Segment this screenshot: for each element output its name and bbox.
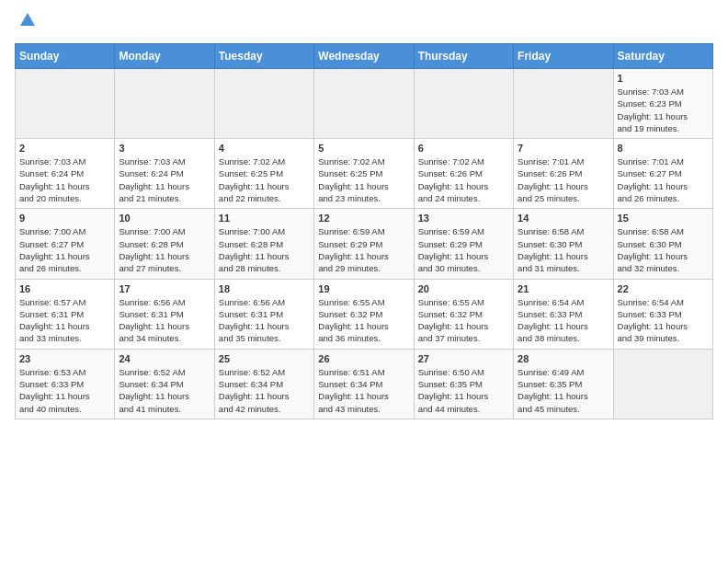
calendar-cell: 21Sunrise: 6:54 AM Sunset: 6:33 PM Dayli… xyxy=(514,279,613,349)
day-info: Sunrise: 6:52 AM Sunset: 6:34 PM Dayligh… xyxy=(119,366,210,415)
logo-icon xyxy=(17,9,39,31)
day-number: 7 xyxy=(518,143,609,154)
day-number: 15 xyxy=(618,213,709,224)
calendar-cell: 11Sunrise: 7:00 AM Sunset: 6:28 PM Dayli… xyxy=(214,209,313,279)
day-info: Sunrise: 6:51 AM Sunset: 6:34 PM Dayligh… xyxy=(318,366,409,415)
calendar-cell: 22Sunrise: 6:54 AM Sunset: 6:33 PM Dayli… xyxy=(613,279,712,349)
day-number: 22 xyxy=(618,283,709,294)
day-info: Sunrise: 6:50 AM Sunset: 6:35 PM Dayligh… xyxy=(418,366,509,415)
day-info: Sunrise: 7:00 AM Sunset: 6:27 PM Dayligh… xyxy=(19,225,110,274)
calendar-cell: 18Sunrise: 6:56 AM Sunset: 6:31 PM Dayli… xyxy=(214,279,313,349)
calendar-cell xyxy=(314,69,414,139)
day-number: 18 xyxy=(219,283,310,294)
day-info: Sunrise: 6:56 AM Sunset: 6:31 PM Dayligh… xyxy=(119,296,210,345)
day-info: Sunrise: 6:58 AM Sunset: 6:30 PM Dayligh… xyxy=(518,225,609,274)
day-info: Sunrise: 7:02 AM Sunset: 6:26 PM Dayligh… xyxy=(418,155,509,204)
page-header xyxy=(15,15,713,34)
calendar-cell: 17Sunrise: 6:56 AM Sunset: 6:31 PM Dayli… xyxy=(115,279,214,349)
day-info: Sunrise: 6:54 AM Sunset: 6:33 PM Dayligh… xyxy=(618,296,709,345)
day-number: 21 xyxy=(518,283,609,294)
day-number: 26 xyxy=(318,353,409,364)
week-row-2: 2Sunrise: 7:03 AM Sunset: 6:24 PM Daylig… xyxy=(16,139,713,209)
calendar-cell: 26Sunrise: 6:51 AM Sunset: 6:34 PM Dayli… xyxy=(314,349,414,419)
day-info: Sunrise: 7:00 AM Sunset: 6:28 PM Dayligh… xyxy=(119,225,210,274)
calendar-cell xyxy=(115,69,214,139)
day-info: Sunrise: 7:02 AM Sunset: 6:25 PM Dayligh… xyxy=(219,155,310,204)
day-info: Sunrise: 7:01 AM Sunset: 6:27 PM Dayligh… xyxy=(618,155,709,204)
week-row-4: 16Sunrise: 6:57 AM Sunset: 6:31 PM Dayli… xyxy=(16,279,713,349)
calendar-cell xyxy=(16,69,115,139)
day-number: 11 xyxy=(219,213,310,224)
calendar-cell: 23Sunrise: 6:53 AM Sunset: 6:33 PM Dayli… xyxy=(16,349,115,419)
weekday-thursday: Thursday xyxy=(414,44,513,69)
calendar-cell xyxy=(214,69,313,139)
calendar-cell xyxy=(613,349,712,419)
calendar-cell: 28Sunrise: 6:49 AM Sunset: 6:35 PM Dayli… xyxy=(514,349,613,419)
day-number: 3 xyxy=(119,143,210,154)
day-number: 16 xyxy=(19,283,110,294)
day-number: 24 xyxy=(119,353,210,364)
logo xyxy=(15,15,39,34)
day-info: Sunrise: 7:02 AM Sunset: 6:25 PM Dayligh… xyxy=(318,155,409,204)
weekday-tuesday: Tuesday xyxy=(214,44,313,69)
day-number: 19 xyxy=(318,283,409,294)
day-info: Sunrise: 6:55 AM Sunset: 6:32 PM Dayligh… xyxy=(318,296,409,345)
day-number: 27 xyxy=(418,353,509,364)
day-info: Sunrise: 6:55 AM Sunset: 6:32 PM Dayligh… xyxy=(418,296,509,345)
day-info: Sunrise: 6:56 AM Sunset: 6:31 PM Dayligh… xyxy=(219,296,310,345)
day-number: 25 xyxy=(219,353,310,364)
calendar-cell xyxy=(414,69,513,139)
day-number: 2 xyxy=(19,143,110,154)
calendar-cell: 24Sunrise: 6:52 AM Sunset: 6:34 PM Dayli… xyxy=(115,349,214,419)
calendar-cell: 27Sunrise: 6:50 AM Sunset: 6:35 PM Dayli… xyxy=(414,349,513,419)
day-number: 14 xyxy=(518,213,609,224)
calendar-cell: 12Sunrise: 6:59 AM Sunset: 6:29 PM Dayli… xyxy=(314,209,414,279)
calendar-cell: 2Sunrise: 7:03 AM Sunset: 6:24 PM Daylig… xyxy=(16,139,115,209)
weekday-sunday: Sunday xyxy=(16,44,115,69)
day-number: 20 xyxy=(418,283,509,294)
weekday-saturday: Saturday xyxy=(613,44,712,69)
day-info: Sunrise: 6:59 AM Sunset: 6:29 PM Dayligh… xyxy=(418,225,509,274)
calendar-table: SundayMondayTuesdayWednesdayThursdayFrid… xyxy=(15,43,713,419)
calendar-cell: 10Sunrise: 7:00 AM Sunset: 6:28 PM Dayli… xyxy=(115,209,214,279)
day-info: Sunrise: 6:54 AM Sunset: 6:33 PM Dayligh… xyxy=(518,296,609,345)
day-number: 13 xyxy=(418,213,509,224)
calendar-cell: 13Sunrise: 6:59 AM Sunset: 6:29 PM Dayli… xyxy=(414,209,513,279)
week-row-3: 9Sunrise: 7:00 AM Sunset: 6:27 PM Daylig… xyxy=(16,209,713,279)
day-info: Sunrise: 7:03 AM Sunset: 6:24 PM Dayligh… xyxy=(19,155,110,204)
calendar-cell: 5Sunrise: 7:02 AM Sunset: 6:25 PM Daylig… xyxy=(314,139,414,209)
day-info: Sunrise: 6:57 AM Sunset: 6:31 PM Dayligh… xyxy=(19,296,110,345)
svg-marker-0 xyxy=(20,13,35,26)
day-number: 28 xyxy=(518,353,609,364)
calendar-cell: 8Sunrise: 7:01 AM Sunset: 6:27 PM Daylig… xyxy=(613,139,712,209)
day-number: 4 xyxy=(219,143,310,154)
calendar-cell: 6Sunrise: 7:02 AM Sunset: 6:26 PM Daylig… xyxy=(414,139,513,209)
day-info: Sunrise: 6:59 AM Sunset: 6:29 PM Dayligh… xyxy=(318,225,409,274)
day-number: 12 xyxy=(318,213,409,224)
calendar-cell: 3Sunrise: 7:03 AM Sunset: 6:24 PM Daylig… xyxy=(115,139,214,209)
calendar-cell: 15Sunrise: 6:58 AM Sunset: 6:30 PM Dayli… xyxy=(613,209,712,279)
day-info: Sunrise: 7:01 AM Sunset: 6:26 PM Dayligh… xyxy=(518,155,609,204)
day-info: Sunrise: 6:49 AM Sunset: 6:35 PM Dayligh… xyxy=(518,366,609,415)
day-number: 6 xyxy=(418,143,509,154)
calendar-cell: 4Sunrise: 7:02 AM Sunset: 6:25 PM Daylig… xyxy=(214,139,313,209)
weekday-monday: Monday xyxy=(115,44,214,69)
day-number: 5 xyxy=(318,143,409,154)
day-info: Sunrise: 6:58 AM Sunset: 6:30 PM Dayligh… xyxy=(618,225,709,274)
day-number: 23 xyxy=(19,353,110,364)
calendar-cell: 1Sunrise: 7:03 AM Sunset: 6:23 PM Daylig… xyxy=(613,69,712,139)
calendar-cell: 20Sunrise: 6:55 AM Sunset: 6:32 PM Dayli… xyxy=(414,279,513,349)
day-info: Sunrise: 6:52 AM Sunset: 6:34 PM Dayligh… xyxy=(219,366,310,415)
weekday-wednesday: Wednesday xyxy=(314,44,414,69)
day-number: 1 xyxy=(618,73,709,84)
day-number: 8 xyxy=(618,143,709,154)
calendar-cell: 7Sunrise: 7:01 AM Sunset: 6:26 PM Daylig… xyxy=(514,139,613,209)
calendar-cell: 19Sunrise: 6:55 AM Sunset: 6:32 PM Dayli… xyxy=(314,279,414,349)
calendar-cell: 9Sunrise: 7:00 AM Sunset: 6:27 PM Daylig… xyxy=(16,209,115,279)
day-info: Sunrise: 7:03 AM Sunset: 6:23 PM Dayligh… xyxy=(618,86,709,134)
calendar-cell: 16Sunrise: 6:57 AM Sunset: 6:31 PM Dayli… xyxy=(16,279,115,349)
weekday-friday: Friday xyxy=(514,44,613,69)
day-info: Sunrise: 6:53 AM Sunset: 6:33 PM Dayligh… xyxy=(19,366,110,415)
day-number: 9 xyxy=(19,213,110,224)
day-number: 10 xyxy=(119,213,210,224)
